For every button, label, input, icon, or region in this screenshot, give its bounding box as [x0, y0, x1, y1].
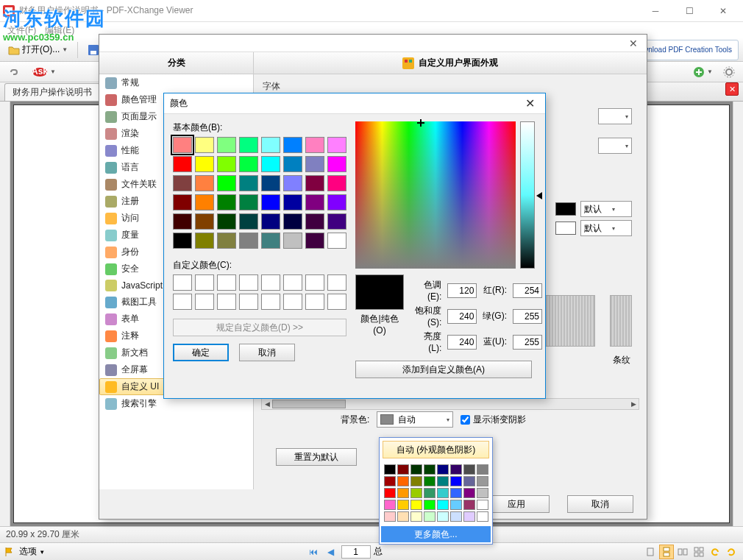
popup-color-swatch[interactable]	[384, 511, 396, 522]
basic-color-swatch[interactable]	[283, 156, 302, 172]
popup-color-swatch[interactable]	[437, 476, 449, 486]
popup-color-swatch[interactable]	[477, 488, 488, 498]
basic-color-swatch[interactable]	[173, 233, 192, 249]
custom-color-swatch[interactable]	[195, 294, 214, 310]
category-item[interactable]: 常规	[99, 74, 253, 91]
popup-color-swatch[interactable]	[384, 488, 396, 498]
basic-color-swatch[interactable]	[239, 156, 258, 172]
custom-color-swatch[interactable]	[283, 274, 302, 291]
popup-color-swatch[interactable]	[384, 500, 396, 510]
popup-color-swatch[interactable]	[410, 476, 422, 486]
hue-input[interactable]	[447, 283, 477, 298]
lum-input[interactable]	[447, 335, 477, 350]
basic-color-swatch[interactable]	[217, 194, 236, 210]
popup-color-swatch[interactable]	[437, 500, 449, 510]
popup-color-swatch[interactable]	[437, 488, 449, 498]
basic-color-swatch[interactable]	[305, 233, 324, 249]
popup-color-swatch[interactable]	[437, 511, 449, 522]
popup-color-swatch[interactable]	[384, 464, 396, 475]
scroll-left-icon[interactable]: ◀	[262, 399, 272, 409]
basic-color-swatch[interactable]	[195, 233, 214, 249]
custom-colors-grid[interactable]	[173, 274, 346, 310]
layout-continuous-icon[interactable]	[659, 545, 674, 559]
custom-color-swatch[interactable]	[217, 274, 236, 291]
basic-color-swatch[interactable]	[173, 194, 192, 210]
basic-color-swatch[interactable]	[327, 175, 346, 191]
basic-color-swatch[interactable]	[283, 213, 302, 230]
basic-color-swatch[interactable]	[239, 194, 258, 210]
gear-icon[interactable]	[719, 63, 739, 81]
apply-button[interactable]: 应用	[483, 495, 550, 513]
default-combo-1[interactable]: 默认▾	[580, 201, 632, 217]
menu-file[interactable]: 文件(F)	[7, 24, 36, 37]
minimize-button[interactable]: ─	[639, 0, 672, 22]
colordlg-ok-button[interactable]: 确定	[173, 344, 229, 361]
basic-color-swatch[interactable]	[173, 175, 192, 191]
custom-color-swatch[interactable]	[305, 274, 324, 291]
basic-color-swatch[interactable]	[327, 137, 346, 153]
popup-color-swatch[interactable]	[424, 500, 436, 510]
popup-color-swatch[interactable]	[410, 511, 422, 522]
basic-color-swatch[interactable]	[327, 194, 346, 210]
popup-color-swatch[interactable]	[410, 488, 422, 498]
colordlg-cancel-button[interactable]: 取消	[239, 344, 295, 361]
popup-color-swatch[interactable]	[463, 464, 475, 475]
custom-color-swatch[interactable]	[239, 274, 258, 291]
popup-color-swatch[interactable]	[463, 488, 475, 498]
popup-color-swatch[interactable]	[450, 488, 462, 498]
green-input[interactable]	[513, 309, 542, 324]
close-button[interactable]: ✕	[706, 0, 740, 22]
basic-color-swatch[interactable]	[217, 137, 236, 153]
custom-color-swatch[interactable]	[283, 294, 302, 310]
red-input[interactable]	[513, 283, 542, 298]
basic-color-swatch[interactable]	[239, 233, 258, 249]
page-number-input[interactable]	[341, 545, 371, 559]
ask-icon[interactable]: Ask▼	[28, 63, 60, 81]
basic-color-swatch[interactable]	[217, 175, 236, 191]
basic-color-swatch[interactable]	[239, 213, 258, 230]
basic-color-swatch[interactable]	[195, 194, 214, 210]
custom-color-swatch[interactable]	[239, 294, 258, 310]
open-button[interactable]: 打开(O)...▼	[4, 41, 71, 59]
popup-color-swatch[interactable]	[424, 488, 436, 498]
popup-color-swatch[interactable]	[463, 511, 475, 522]
basic-color-swatch[interactable]	[305, 137, 324, 153]
prefs-close-icon[interactable]: ✕	[625, 38, 642, 49]
custom-color-swatch[interactable]	[305, 294, 324, 310]
menu-edit[interactable]: 编辑(E)	[45, 24, 74, 37]
basic-color-swatch[interactable]	[261, 233, 280, 249]
popup-color-swatch[interactable]	[424, 511, 436, 522]
options-button[interactable]: 选项 ▼	[19, 545, 45, 558]
basic-color-swatch[interactable]	[217, 213, 236, 230]
basic-color-swatch[interactable]	[217, 156, 236, 172]
custom-color-swatch[interactable]	[195, 274, 214, 291]
colordlg-close-icon[interactable]: ✕	[521, 96, 539, 110]
luminance-slider[interactable]	[520, 121, 535, 269]
popup-color-swatch[interactable]	[450, 500, 462, 510]
popup-color-swatch[interactable]	[397, 464, 409, 475]
default-combo-2[interactable]: 默认▾	[580, 220, 632, 236]
reset-button[interactable]: 重置为默认	[276, 448, 357, 466]
custom-color-swatch[interactable]	[261, 274, 280, 291]
link-icon[interactable]	[4, 63, 24, 81]
basic-color-swatch[interactable]	[195, 175, 214, 191]
popup-color-swatch[interactable]	[450, 464, 462, 475]
basic-color-swatch[interactable]	[261, 156, 280, 172]
custom-color-swatch[interactable]	[217, 294, 236, 310]
custom-color-swatch[interactable]	[327, 294, 346, 310]
basic-color-swatch[interactable]	[173, 156, 192, 172]
popup-color-swatch[interactable]	[410, 464, 422, 475]
popup-color-swatch[interactable]	[450, 476, 462, 486]
basic-color-swatch[interactable]	[261, 175, 280, 191]
nav-prev-icon[interactable]: ◀	[324, 545, 338, 559]
popup-color-swatch[interactable]	[424, 476, 436, 486]
popup-color-swatch[interactable]	[410, 500, 422, 510]
basic-color-swatch[interactable]	[239, 175, 258, 191]
basic-color-swatch[interactable]	[173, 213, 192, 230]
basic-color-swatch[interactable]	[283, 194, 302, 210]
scroll-right-icon[interactable]: ▶	[628, 399, 639, 409]
spectrum-picker[interactable]	[355, 121, 516, 269]
popup-color-swatch[interactable]	[397, 476, 409, 486]
basic-color-swatch[interactable]	[261, 194, 280, 210]
basic-colors-grid[interactable]	[173, 137, 346, 249]
